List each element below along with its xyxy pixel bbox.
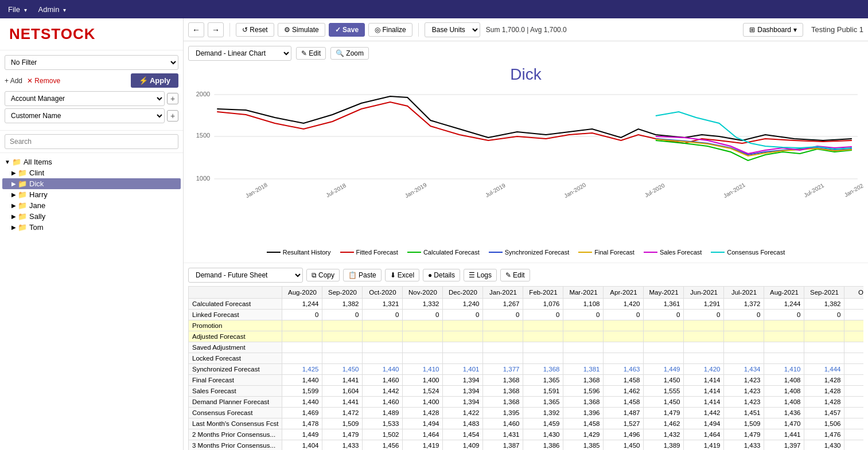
legend-item: Final Forecast bbox=[578, 249, 635, 256]
excel-button[interactable]: ⬇ Excel bbox=[385, 269, 419, 281]
table-header-7: Feb-2021 bbox=[523, 287, 563, 299]
details-button[interactable]: ● Details bbox=[423, 269, 460, 281]
table-header-4: Nov-2020 bbox=[403, 287, 443, 299]
chart-type-select[interactable]: Demand - Linear Chart bbox=[188, 46, 291, 61]
table-area: Demand - Future Sheet ⧉ Copy 📋 Paste ⬇ E… bbox=[184, 263, 868, 450]
back-button[interactable]: ← bbox=[188, 22, 204, 37]
separator-1 bbox=[229, 23, 230, 37]
cell-3-13 bbox=[804, 331, 844, 342]
copy-button[interactable]: ⧉ Copy bbox=[306, 269, 340, 281]
save-button[interactable]: ✓ Save bbox=[329, 23, 365, 37]
cell-6-2: 1,440 bbox=[363, 364, 403, 375]
customer-name-select[interactable]: Customer Name bbox=[5, 108, 165, 123]
row-label-2: Promotion bbox=[189, 320, 282, 331]
table-header-12: Jul-2021 bbox=[724, 287, 764, 299]
customer-name-add-btn[interactable]: + bbox=[167, 110, 178, 122]
tree-item-harry[interactable]: ▶📁Harry bbox=[2, 189, 181, 200]
chart-zoom-button[interactable]: 🔍 Zoom bbox=[330, 47, 369, 60]
cell-0-13: 1,382 bbox=[804, 299, 844, 310]
cell-2-12 bbox=[764, 320, 804, 331]
cell-5-0 bbox=[282, 353, 322, 364]
cell-0-7: 1,108 bbox=[563, 299, 604, 310]
logs-button[interactable]: ☰ Logs bbox=[464, 269, 497, 281]
dashboard-button[interactable]: ⊞ Dashboard ▾ bbox=[743, 23, 803, 37]
cell-1-8: 0 bbox=[604, 310, 644, 320]
table-row: Locked Forecast bbox=[189, 353, 864, 364]
tree-arrow-clint: ▶ bbox=[11, 170, 16, 176]
cell-0-11: 1,372 bbox=[724, 299, 764, 310]
apply-button[interactable]: ⚡ Apply bbox=[131, 73, 178, 88]
row-label-3: Adjusted Forecast bbox=[189, 331, 282, 342]
chart-edit-button[interactable]: ✎ Edit bbox=[296, 47, 326, 60]
row-label-10: Consensus Forecast bbox=[189, 408, 282, 418]
cell-13-2: 1,456 bbox=[363, 440, 403, 451]
remove-filter-link[interactable]: ✕ Remove bbox=[27, 77, 60, 85]
search-input[interactable] bbox=[5, 134, 178, 149]
cell-5-3 bbox=[403, 353, 443, 364]
cell-1-3: 0 bbox=[403, 310, 443, 320]
workspace-label: Testing Public 1 bbox=[811, 25, 863, 34]
cell-9-6: 1,365 bbox=[523, 397, 563, 408]
cell-13-7: 1,385 bbox=[563, 440, 604, 451]
tree-label-clint: Clint bbox=[29, 169, 44, 177]
account-manager-add-btn[interactable]: + bbox=[167, 93, 178, 104]
tree-arrow-tom: ▶ bbox=[11, 224, 16, 230]
svg-text:Jan-2020: Jan-2020 bbox=[563, 182, 587, 199]
tree-item-dick[interactable]: ▶📁Dick bbox=[2, 178, 181, 189]
cell-12-14 bbox=[844, 429, 863, 440]
cell-13-3: 1,419 bbox=[403, 440, 443, 451]
tree-item-tom[interactable]: ▶📁Tom bbox=[2, 222, 181, 233]
chart-legend: Resultant HistoryFitted ForecastCalculat… bbox=[188, 246, 863, 258]
tree-item-all[interactable]: ▼📁All Items bbox=[2, 156, 181, 167]
cell-0-1: 1,382 bbox=[322, 299, 363, 310]
cell-12-10: 1,464 bbox=[684, 429, 724, 440]
tree-item-clint[interactable]: ▶📁Clint bbox=[2, 167, 181, 178]
simulate-button[interactable]: ⚙ Simulate bbox=[278, 23, 325, 37]
cell-12-13: 1,476 bbox=[804, 429, 844, 440]
table-row: 3 Months Prior Consensus...1,4041,4331,4… bbox=[189, 440, 864, 451]
admin-menu[interactable]: Admin ▾ bbox=[35, 4, 69, 15]
cell-12-3: 1,464 bbox=[403, 429, 443, 440]
finalize-button[interactable]: ◎ Finalize bbox=[368, 23, 412, 37]
legend-item: Synchronized Forecast bbox=[489, 249, 570, 256]
account-manager-select[interactable]: Account Manager bbox=[5, 91, 165, 106]
table-row: Demand Planner Forecast1,4401,4411,4601,… bbox=[189, 397, 864, 408]
tree-item-sally[interactable]: ▶📁Sally bbox=[2, 211, 181, 222]
tree-item-jane[interactable]: ▶📁Jane bbox=[2, 200, 181, 211]
main-layout: NETSTOCK No Filter + Add ✕ Remove ⚡ Appl… bbox=[0, 18, 868, 450]
svg-text:Jul-2018: Jul-2018 bbox=[325, 182, 347, 198]
reset-button[interactable]: ↺ Reset bbox=[236, 23, 274, 37]
legend-line bbox=[489, 252, 503, 253]
table-type-select[interactable]: Demand - Future Sheet bbox=[188, 268, 303, 283]
cell-10-6: 1,392 bbox=[523, 408, 563, 418]
cell-1-11: 0 bbox=[724, 310, 764, 320]
cell-3-9 bbox=[644, 331, 684, 342]
table-edit-button[interactable]: ✎ Edit bbox=[500, 269, 530, 281]
cell-8-5: 1,368 bbox=[483, 386, 523, 397]
cell-0-14 bbox=[844, 299, 863, 310]
cell-5-7 bbox=[563, 353, 604, 364]
paste-button[interactable]: 📋 Paste bbox=[343, 269, 382, 281]
legend-item: Calculated Forecast bbox=[407, 249, 480, 256]
file-menu[interactable]: File ▾ bbox=[5, 4, 30, 15]
cell-5-13 bbox=[804, 353, 844, 364]
tree-label-jane: Jane bbox=[29, 201, 45, 210]
legend-label: Sales Forecast bbox=[660, 249, 702, 256]
tree-arrow-all: ▼ bbox=[5, 159, 10, 165]
base-units-select[interactable]: Base Units bbox=[425, 22, 480, 37]
svg-text:Jul-2020: Jul-2020 bbox=[644, 182, 666, 198]
cell-13-4: 1,409 bbox=[443, 440, 483, 451]
cell-8-11: 1,423 bbox=[724, 386, 764, 397]
cell-10-1: 1,472 bbox=[322, 408, 363, 418]
legend-label: Resultant History bbox=[283, 249, 331, 256]
table-scroll[interactable]: Aug-2020Sep-2020Oct-2020Nov-2020Dec-2020… bbox=[188, 286, 863, 450]
cell-9-13: 1,428 bbox=[804, 397, 844, 408]
legend-label: Synchronized Forecast bbox=[505, 249, 570, 256]
table-header-5: Dec-2020 bbox=[443, 287, 483, 299]
filter-select[interactable]: No Filter bbox=[5, 55, 178, 70]
add-filter-link[interactable]: + Add bbox=[5, 77, 22, 85]
forward-button[interactable]: → bbox=[208, 22, 224, 37]
cell-8-6: 1,591 bbox=[523, 386, 563, 397]
cell-3-1 bbox=[322, 331, 363, 342]
cell-2-7 bbox=[563, 320, 604, 331]
